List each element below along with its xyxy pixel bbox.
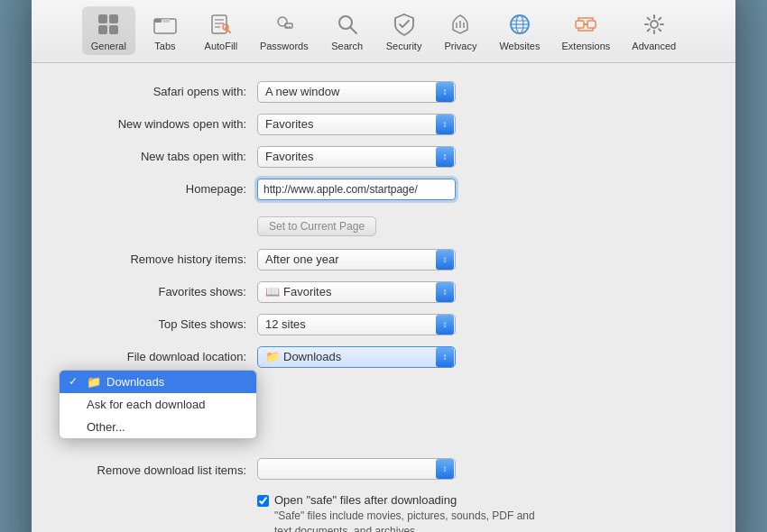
file-download-control: 📁Downloads ↕ ✓ 📁 Downloads Ask for each …	[257, 346, 708, 368]
new-tabs-row: New tabs open with: Favorites ↕	[59, 146, 708, 168]
file-download-value[interactable]: 📁Downloads	[257, 346, 456, 368]
svg-rect-2	[98, 25, 107, 34]
dropdown-item-other[interactable]: Other...	[60, 416, 256, 438]
dropdown-item-downloads[interactable]: ✓ 📁 Downloads	[60, 371, 256, 393]
tabs-label: Tabs	[154, 41, 175, 51]
new-windows-select-wrapper[interactable]: Favorites ↕	[257, 114, 456, 135]
folder-icon: 📁	[87, 375, 101, 389]
svg-point-28	[651, 21, 658, 28]
svg-rect-1	[109, 14, 118, 23]
favorites-shows-label: Favorites shows:	[59, 285, 257, 298]
set-current-page-row: Set to Current Page	[59, 211, 708, 236]
websites-label: Websites	[499, 41, 540, 51]
file-download-select-wrapper[interactable]: 📁Downloads ↕	[257, 346, 456, 368]
homepage-control	[257, 179, 708, 200]
privacy-icon	[446, 10, 475, 39]
content-area: Safari opens with: A new window ↕ New wi…	[32, 63, 735, 532]
svg-rect-26	[576, 21, 584, 28]
homepage-input[interactable]	[257, 179, 456, 200]
toolbar: General Tabs	[32, 0, 735, 63]
new-tabs-select-wrapper[interactable]: Favorites ↕	[257, 146, 456, 168]
advanced-label: Advanced	[632, 41, 676, 51]
dropdown-item-ask[interactable]: Ask for each download	[60, 393, 256, 416]
safari-opens-value[interactable]: A new window	[257, 81, 456, 103]
tab-websites[interactable]: Websites	[490, 6, 549, 55]
check-icon: ✓	[69, 375, 78, 388]
new-windows-label: New windows open with:	[59, 117, 257, 131]
tab-autofill[interactable]: AutoFill	[195, 6, 247, 55]
security-label: Security	[386, 41, 422, 51]
tabs-icon	[151, 10, 180, 39]
remove-download-row: Remove download list items: ↕	[59, 458, 708, 482]
security-icon	[390, 10, 419, 39]
open-safe-files-label: Open "safe" files after downloading	[274, 493, 536, 507]
dropdown-item-label: Other...	[87, 420, 125, 434]
top-sites-control: 12 sites ↕	[257, 314, 708, 335]
svg-rect-5	[154, 19, 162, 23]
search-icon	[333, 10, 362, 39]
dropdown-item-label: Downloads	[106, 375, 164, 389]
safe-files-description: "Safe" files include movies, pictures, s…	[274, 509, 536, 532]
top-sites-select-wrapper[interactable]: 12 sites ↕	[257, 314, 456, 335]
remove-history-select-wrapper[interactable]: After one year ↕	[257, 249, 456, 271]
remove-download-select-wrapper[interactable]: ↕	[257, 458, 456, 480]
top-sites-label: Top Sites shows:	[59, 317, 257, 331]
tab-extensions[interactable]: Extensions	[552, 6, 619, 55]
svg-line-17	[350, 27, 356, 33]
tab-advanced[interactable]: Advanced	[623, 6, 685, 55]
extensions-icon	[571, 10, 600, 39]
open-safe-files-checkbox[interactable]	[257, 495, 269, 507]
remove-history-row: Remove history items: After one year ↕	[59, 249, 708, 271]
top-sites-row: Top Sites shows: 12 sites ↕	[59, 314, 708, 335]
svg-rect-0	[98, 14, 107, 23]
tab-security[interactable]: Security	[377, 6, 431, 55]
remove-download-control: ↕	[257, 458, 708, 482]
new-windows-value[interactable]: Favorites	[257, 114, 456, 135]
passwords-icon	[270, 10, 299, 39]
open-safe-files-row: Open "safe" files after downloading "Saf…	[59, 493, 708, 532]
homepage-label: Homepage:	[59, 182, 257, 196]
settings-window: General General Tabs	[32, 0, 735, 532]
tab-tabs[interactable]: Tabs	[139, 6, 191, 55]
set-current-page-control: Set to Current Page	[257, 211, 708, 236]
extensions-label: Extensions	[561, 41, 610, 51]
passwords-label: Passwords	[260, 41, 309, 51]
remove-download-value[interactable]	[257, 458, 456, 480]
safari-opens-control: A new window ↕	[257, 81, 708, 103]
new-tabs-value[interactable]: Favorites	[257, 146, 456, 168]
favorites-shows-select-wrapper[interactable]: 📖Favorites ↕	[257, 281, 456, 303]
tab-privacy[interactable]: Privacy	[434, 6, 486, 55]
remove-download-label: Remove download list items:	[59, 463, 257, 477]
new-windows-control: Favorites ↕	[257, 114, 708, 135]
file-download-row: File download location: 📁Downloads ↕ ✓ 📁…	[59, 346, 708, 368]
tab-search[interactable]: Search	[321, 6, 374, 55]
svg-rect-13	[285, 23, 292, 28]
tab-general[interactable]: General	[82, 6, 135, 55]
general-label: General	[91, 41, 126, 51]
book-icon: 📖	[265, 281, 280, 303]
favorites-shows-control: 📖Favorites ↕	[257, 281, 708, 303]
remove-history-control: After one year ↕	[257, 249, 708, 271]
new-tabs-control: Favorites ↕	[257, 146, 708, 168]
top-sites-value[interactable]: 12 sites	[257, 314, 456, 335]
file-download-dropdown: ✓ 📁 Downloads Ask for each download Othe…	[59, 370, 257, 439]
favorites-shows-value[interactable]: 📖Favorites	[257, 281, 456, 303]
homepage-row: Homepage:	[59, 179, 708, 200]
remove-history-value[interactable]: After one year	[257, 249, 456, 271]
new-tabs-label: New tabs open with:	[59, 150, 257, 163]
websites-icon	[505, 10, 534, 39]
tab-passwords[interactable]: Passwords	[251, 6, 318, 55]
set-current-page-button[interactable]: Set to Current Page	[257, 216, 376, 236]
open-safe-files-control: Open "safe" files after downloading "Saf…	[257, 493, 708, 532]
svg-rect-6	[162, 19, 170, 23]
svg-rect-27	[587, 21, 596, 28]
safari-opens-row: Safari opens with: A new window ↕	[59, 81, 708, 103]
remove-history-label: Remove history items:	[59, 252, 257, 266]
safari-opens-select-wrapper[interactable]: A new window ↕	[257, 81, 456, 103]
general-icon	[94, 10, 123, 39]
advanced-icon	[640, 10, 669, 39]
dropdown-item-label: Ask for each download	[87, 398, 206, 411]
file-download-label: File download location:	[59, 350, 257, 363]
search-label: Search	[331, 41, 363, 51]
svg-rect-3	[109, 25, 118, 34]
